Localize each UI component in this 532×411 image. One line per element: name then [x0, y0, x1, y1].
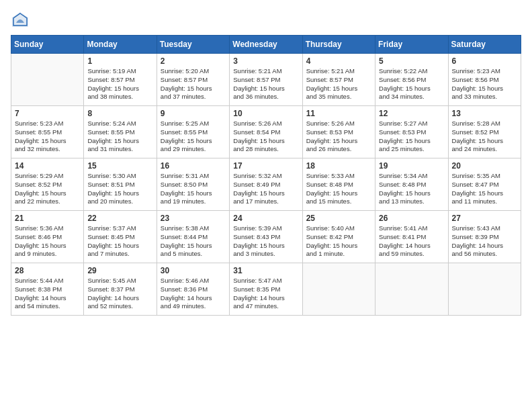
- day-number: 15: [87, 161, 152, 171]
- calendar-cell: 12Sunrise: 5:27 AM Sunset: 8:53 PM Dayli…: [375, 106, 448, 158]
- weekday-header-wednesday: Wednesday: [230, 36, 302, 54]
- weekday-header-tuesday: Tuesday: [157, 36, 229, 54]
- calendar-cell: 20Sunrise: 5:35 AM Sunset: 8:47 PM Dayli…: [448, 158, 521, 211]
- weekday-header-thursday: Thursday: [302, 36, 375, 54]
- calendar-cell: [448, 263, 521, 316]
- day-number: 30: [161, 266, 226, 275]
- weekday-header-sunday: Sunday: [11, 36, 84, 54]
- day-info: Sunrise: 5:23 AM Sunset: 8:56 PM Dayligh…: [452, 67, 517, 101]
- day-info: Sunrise: 5:38 AM Sunset: 8:44 PM Dayligh…: [161, 224, 226, 259]
- day-number: 1: [87, 56, 152, 66]
- calendar-cell: 21Sunrise: 5:36 AM Sunset: 8:46 PM Dayli…: [11, 211, 84, 263]
- weekday-header-row: SundayMondayTuesdayWednesdayThursdayFrid…: [11, 36, 521, 54]
- calendar-cell: 11Sunrise: 5:26 AM Sunset: 8:53 PM Dayli…: [302, 106, 375, 158]
- calendar-cell: 2Sunrise: 5:20 AM Sunset: 8:57 PM Daylig…: [157, 54, 229, 106]
- day-info: Sunrise: 5:21 AM Sunset: 8:57 PM Dayligh…: [233, 67, 298, 101]
- day-info: Sunrise: 5:27 AM Sunset: 8:53 PM Dayligh…: [379, 120, 444, 154]
- day-info: Sunrise: 5:26 AM Sunset: 8:53 PM Dayligh…: [306, 120, 371, 154]
- weekday-header-saturday: Saturday: [448, 36, 521, 54]
- calendar-cell: 17Sunrise: 5:32 AM Sunset: 8:49 PM Dayli…: [230, 158, 302, 211]
- page-header: [11, 11, 521, 30]
- day-number: 13: [452, 109, 517, 118]
- calendar-cell: 9Sunrise: 5:25 AM Sunset: 8:55 PM Daylig…: [157, 106, 229, 158]
- day-info: Sunrise: 5:22 AM Sunset: 8:56 PM Dayligh…: [379, 67, 444, 101]
- day-info: Sunrise: 5:28 AM Sunset: 8:52 PM Dayligh…: [452, 120, 517, 154]
- calendar-cell: 31Sunrise: 5:47 AM Sunset: 8:35 PM Dayli…: [230, 263, 302, 316]
- calendar-cell: 26Sunrise: 5:41 AM Sunset: 8:41 PM Dayli…: [375, 211, 448, 263]
- week-row-4: 21Sunrise: 5:36 AM Sunset: 8:46 PM Dayli…: [11, 211, 521, 263]
- calendar-cell: 4Sunrise: 5:21 AM Sunset: 8:57 PM Daylig…: [302, 54, 375, 106]
- calendar-cell: 28Sunrise: 5:44 AM Sunset: 8:38 PM Dayli…: [11, 263, 84, 316]
- day-number: 3: [233, 56, 298, 66]
- calendar-cell: 27Sunrise: 5:43 AM Sunset: 8:39 PM Dayli…: [448, 211, 521, 263]
- day-number: 25: [306, 214, 371, 223]
- day-number: 6: [452, 56, 517, 66]
- week-row-2: 7Sunrise: 5:23 AM Sunset: 8:55 PM Daylig…: [11, 106, 521, 158]
- day-info: Sunrise: 5:33 AM Sunset: 8:48 PM Dayligh…: [306, 172, 371, 206]
- day-number: 23: [161, 214, 226, 223]
- calendar-cell: 14Sunrise: 5:29 AM Sunset: 8:52 PM Dayli…: [11, 158, 84, 211]
- calendar-cell: 10Sunrise: 5:26 AM Sunset: 8:54 PM Dayli…: [230, 106, 302, 158]
- calendar-cell: 16Sunrise: 5:31 AM Sunset: 8:50 PM Dayli…: [157, 158, 229, 211]
- day-info: Sunrise: 5:37 AM Sunset: 8:45 PM Dayligh…: [87, 224, 152, 259]
- day-info: Sunrise: 5:39 AM Sunset: 8:43 PM Dayligh…: [233, 224, 298, 259]
- calendar-cell: 15Sunrise: 5:30 AM Sunset: 8:51 PM Dayli…: [84, 158, 157, 211]
- day-number: 21: [15, 214, 80, 223]
- weekday-header-monday: Monday: [84, 36, 157, 54]
- day-info: Sunrise: 5:20 AM Sunset: 8:57 PM Dayligh…: [161, 67, 226, 101]
- day-info: Sunrise: 5:43 AM Sunset: 8:39 PM Dayligh…: [452, 224, 517, 259]
- calendar-cell: 29Sunrise: 5:45 AM Sunset: 8:37 PM Dayli…: [84, 263, 157, 316]
- day-info: Sunrise: 5:31 AM Sunset: 8:50 PM Dayligh…: [161, 172, 226, 206]
- day-number: 17: [233, 161, 298, 171]
- calendar-cell: 23Sunrise: 5:38 AM Sunset: 8:44 PM Dayli…: [157, 211, 229, 263]
- day-info: Sunrise: 5:36 AM Sunset: 8:46 PM Dayligh…: [15, 224, 80, 259]
- day-number: 22: [87, 214, 152, 223]
- calendar-table: SundayMondayTuesdayWednesdayThursdayFrid…: [11, 35, 521, 316]
- calendar-cell: 5Sunrise: 5:22 AM Sunset: 8:56 PM Daylig…: [375, 54, 448, 106]
- day-info: Sunrise: 5:34 AM Sunset: 8:48 PM Dayligh…: [379, 172, 444, 206]
- day-info: Sunrise: 5:30 AM Sunset: 8:51 PM Dayligh…: [87, 172, 152, 206]
- calendar-cell: 13Sunrise: 5:28 AM Sunset: 8:52 PM Dayli…: [448, 106, 521, 158]
- day-number: 2: [161, 56, 226, 66]
- calendar-cell: 1Sunrise: 5:19 AM Sunset: 8:57 PM Daylig…: [84, 54, 157, 106]
- calendar-cell: [11, 54, 84, 106]
- day-info: Sunrise: 5:46 AM Sunset: 8:36 PM Dayligh…: [161, 277, 226, 311]
- day-number: 18: [306, 161, 371, 171]
- day-number: 14: [15, 161, 80, 171]
- logo: [11, 11, 32, 30]
- day-info: Sunrise: 5:23 AM Sunset: 8:55 PM Dayligh…: [15, 120, 80, 154]
- day-info: Sunrise: 5:40 AM Sunset: 8:42 PM Dayligh…: [306, 224, 371, 259]
- day-number: 12: [379, 109, 444, 118]
- week-row-1: 1Sunrise: 5:19 AM Sunset: 8:57 PM Daylig…: [11, 54, 521, 106]
- week-row-5: 28Sunrise: 5:44 AM Sunset: 8:38 PM Dayli…: [11, 263, 521, 316]
- day-number: 7: [15, 109, 80, 118]
- week-row-3: 14Sunrise: 5:29 AM Sunset: 8:52 PM Dayli…: [11, 158, 521, 211]
- day-info: Sunrise: 5:26 AM Sunset: 8:54 PM Dayligh…: [233, 120, 298, 154]
- day-number: 31: [233, 266, 298, 275]
- day-number: 8: [87, 109, 152, 118]
- calendar-cell: 6Sunrise: 5:23 AM Sunset: 8:56 PM Daylig…: [448, 54, 521, 106]
- day-info: Sunrise: 5:35 AM Sunset: 8:47 PM Dayligh…: [452, 172, 517, 206]
- calendar-header: SundayMondayTuesdayWednesdayThursdayFrid…: [11, 36, 521, 54]
- calendar-cell: 19Sunrise: 5:34 AM Sunset: 8:48 PM Dayli…: [375, 158, 448, 211]
- day-number: 20: [452, 161, 517, 171]
- day-info: Sunrise: 5:44 AM Sunset: 8:38 PM Dayligh…: [15, 277, 80, 311]
- day-info: Sunrise: 5:25 AM Sunset: 8:55 PM Dayligh…: [161, 120, 226, 154]
- calendar-cell: 8Sunrise: 5:24 AM Sunset: 8:55 PM Daylig…: [84, 106, 157, 158]
- day-info: Sunrise: 5:41 AM Sunset: 8:41 PM Dayligh…: [379, 224, 444, 259]
- weekday-header-friday: Friday: [375, 36, 448, 54]
- calendar-cell: 3Sunrise: 5:21 AM Sunset: 8:57 PM Daylig…: [230, 54, 302, 106]
- calendar-cell: 30Sunrise: 5:46 AM Sunset: 8:36 PM Dayli…: [157, 263, 229, 316]
- logo-icon: [11, 11, 30, 30]
- day-info: Sunrise: 5:45 AM Sunset: 8:37 PM Dayligh…: [87, 277, 152, 311]
- day-number: 10: [233, 109, 298, 118]
- calendar-cell: 7Sunrise: 5:23 AM Sunset: 8:55 PM Daylig…: [11, 106, 84, 158]
- day-info: Sunrise: 5:47 AM Sunset: 8:35 PM Dayligh…: [233, 277, 298, 311]
- calendar-cell: [302, 263, 375, 316]
- calendar-cell: 25Sunrise: 5:40 AM Sunset: 8:42 PM Dayli…: [302, 211, 375, 263]
- calendar-cell: 24Sunrise: 5:39 AM Sunset: 8:43 PM Dayli…: [230, 211, 302, 263]
- day-number: 9: [161, 109, 226, 118]
- day-number: 24: [233, 214, 298, 223]
- day-info: Sunrise: 5:21 AM Sunset: 8:57 PM Dayligh…: [306, 67, 371, 101]
- calendar-cell: 22Sunrise: 5:37 AM Sunset: 8:45 PM Dayli…: [84, 211, 157, 263]
